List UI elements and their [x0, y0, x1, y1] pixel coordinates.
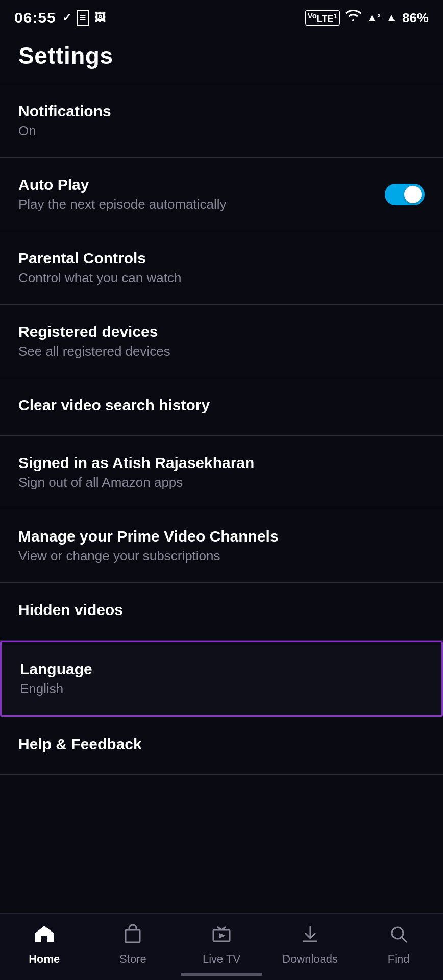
- hidden-videos-title: Hidden videos: [18, 601, 425, 619]
- status-left: 06:55 ✓ ≡ 🖼: [14, 9, 106, 27]
- hidden-videos-content: Hidden videos: [18, 601, 425, 622]
- battery-level: 86%: [402, 10, 429, 26]
- settings-item-notifications[interactable]: Notifications On: [0, 84, 443, 157]
- autoplay-toggle[interactable]: [385, 184, 425, 205]
- parental-title: Parental Controls: [18, 250, 425, 267]
- devices-content: Registered devices See all registered de…: [18, 323, 425, 359]
- home-label: Home: [29, 952, 60, 966]
- store-label: Store: [119, 952, 146, 966]
- channels-content: Manage your Prime Video Channels View or…: [18, 528, 425, 564]
- help-feedback-title: Help & Feedback: [18, 736, 425, 753]
- settings-item-registered-devices[interactable]: Registered devices See all registered de…: [0, 305, 443, 378]
- parental-subtitle: Control what you can watch: [18, 270, 425, 286]
- check-icon: ✓: [62, 11, 71, 24]
- livetv-label: Live TV: [203, 952, 240, 966]
- settings-list: Notifications On Auto Play Play the next…: [0, 84, 443, 856]
- nav-item-home[interactable]: Home: [14, 923, 75, 966]
- autoplay-subtitle: Play the next episode automatically: [18, 197, 385, 212]
- notifications-subtitle: On: [18, 123, 425, 139]
- nav-item-store[interactable]: Store: [102, 923, 163, 966]
- bottom-nav: Home Store Live TV: [0, 913, 443, 980]
- nav-item-find[interactable]: Find: [368, 923, 429, 966]
- nav-item-downloads[interactable]: Downloads: [280, 923, 341, 966]
- signal2-icon: ▲: [386, 11, 397, 24]
- settings-item-autoplay[interactable]: Auto Play Play the next episode automati…: [0, 158, 443, 231]
- status-time: 06:55: [14, 9, 56, 27]
- settings-item-clear-history[interactable]: Clear video search history: [0, 378, 443, 435]
- livetv-icon: [210, 923, 233, 948]
- settings-item-manage-channels[interactable]: Manage your Prime Video Channels View or…: [0, 509, 443, 582]
- store-icon: [121, 923, 144, 948]
- clear-history-title: Clear video search history: [18, 397, 425, 414]
- status-icons: ✓ ≡ 🖼: [62, 10, 106, 26]
- settings-item-signed-in[interactable]: Signed in as Atish Rajasekharan Sign out…: [0, 436, 443, 509]
- signal-icon: ▲x: [366, 11, 381, 24]
- autoplay-toggle-container: [385, 184, 425, 205]
- svg-rect-0: [126, 930, 140, 942]
- devices-title: Registered devices: [18, 323, 425, 340]
- settings-item-hidden-videos[interactable]: Hidden videos: [0, 583, 443, 640]
- divider-help-bottom: [0, 774, 443, 775]
- status-right: VoLTE1 ▲x ▲ 86%: [305, 9, 429, 27]
- clear-history-content: Clear video search history: [18, 397, 425, 417]
- signed-in-title: Signed in as Atish Rajasekharan: [18, 454, 425, 472]
- settings-item-parental-controls[interactable]: Parental Controls Control what you can w…: [0, 231, 443, 304]
- parental-content: Parental Controls Control what you can w…: [18, 250, 425, 286]
- language-content: Language English: [20, 660, 423, 697]
- svg-marker-4: [219, 933, 226, 938]
- autoplay-title: Auto Play: [18, 176, 385, 193]
- find-icon: [387, 923, 410, 948]
- devices-subtitle: See all registered devices: [18, 344, 425, 359]
- status-bar: 06:55 ✓ ≡ 🖼 VoLTE1 ▲x ▲ 86%: [0, 0, 443, 32]
- downloads-label: Downloads: [282, 952, 338, 966]
- svg-line-8: [402, 937, 407, 942]
- language-title: Language: [20, 660, 423, 678]
- settings-item-language[interactable]: Language English: [0, 641, 443, 717]
- channels-title: Manage your Prime Video Channels: [18, 528, 425, 545]
- channels-subtitle: View or change your subscriptions: [18, 548, 425, 564]
- notification-badge-icon: ≡: [77, 10, 89, 26]
- find-label: Find: [388, 952, 410, 966]
- notifications-content: Notifications On: [18, 103, 425, 139]
- autoplay-content: Auto Play Play the next episode automati…: [18, 176, 385, 212]
- signed-in-subtitle: Sign out of all Amazon apps: [18, 475, 425, 491]
- signed-in-content: Signed in as Atish Rajasekharan Sign out…: [18, 454, 425, 491]
- wifi-icon: [345, 9, 361, 27]
- notifications-title: Notifications: [18, 103, 425, 120]
- image-icon: 🖼: [94, 11, 106, 24]
- downloads-icon: [299, 923, 322, 948]
- toggle-knob: [404, 186, 422, 203]
- settings-item-help-feedback[interactable]: Help & Feedback: [0, 717, 443, 774]
- home-indicator: [181, 973, 262, 976]
- home-icon: [33, 923, 56, 948]
- volte-icon: VoLTE1: [305, 10, 340, 26]
- language-subtitle: English: [20, 681, 423, 697]
- nav-item-livetv[interactable]: Live TV: [191, 923, 252, 966]
- help-feedback-content: Help & Feedback: [18, 736, 425, 756]
- page-title: Settings: [0, 32, 443, 84]
- svg-point-7: [392, 927, 403, 939]
